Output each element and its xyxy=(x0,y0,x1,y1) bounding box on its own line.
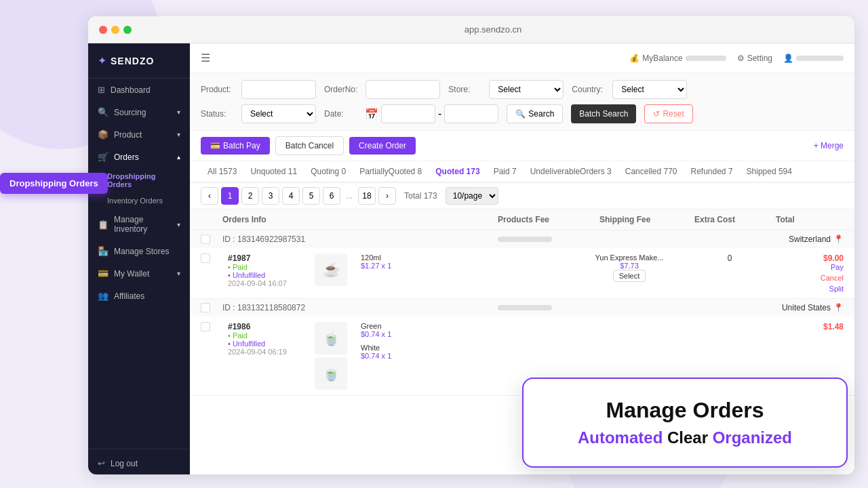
tab-label: Unquoted 11 xyxy=(250,167,297,176)
row-checkbox[interactable] xyxy=(201,235,210,244)
order-meta: #1986 • Paid • Unfulfilled 2024-09-04 06… xyxy=(228,322,309,356)
table-row: ID : 183146922987531 Switzerland 📍 xyxy=(190,230,854,299)
topbar-left: ☰ xyxy=(201,52,210,64)
pay-button[interactable]: Pay xyxy=(831,263,844,271)
tab-undeliverable[interactable]: UndeliverableOrders 3 xyxy=(524,161,618,183)
order-body: #1987 • Paid • Unfulfilled 2024-09-04 16… xyxy=(190,248,854,298)
tab-shipped[interactable]: Shipped 594 xyxy=(740,161,799,183)
batch-pay-button[interactable]: 💳 Batch Pay xyxy=(201,137,270,155)
header-total: Total xyxy=(776,215,844,224)
country-filter-label: Country: xyxy=(572,85,604,94)
store-filter-label: Store: xyxy=(448,85,481,94)
order-placeholder xyxy=(498,237,552,242)
page-6-button[interactable]: 6 xyxy=(323,187,340,205)
store-icon: 🏪 xyxy=(98,246,108,256)
tab-unquoted[interactable]: Unquoted 11 xyxy=(243,161,304,183)
maximize-button[interactable] xyxy=(123,26,132,34)
setting-label: Setting xyxy=(747,54,772,63)
split-button[interactable]: Split xyxy=(829,285,844,293)
tab-label: Refunded 7 xyxy=(690,167,732,176)
page-5-button[interactable]: 5 xyxy=(302,187,320,205)
row-checkbox[interactable] xyxy=(201,303,210,312)
page-2-button[interactable]: 2 xyxy=(241,187,259,205)
per-page-select[interactable]: 10/page xyxy=(446,187,498,205)
sidebar-item-label: Dashboard xyxy=(111,85,151,95)
product-filter-input[interactable] xyxy=(241,80,316,99)
order-number: #1986 xyxy=(228,322,309,331)
close-button[interactable] xyxy=(99,26,107,34)
sidebar-item-orders[interactable]: 🛒 Orders ▴ xyxy=(88,146,190,168)
action-bar: 💳 Batch Pay Batch Cancel Create Order + … xyxy=(190,131,854,161)
sidebar-item-dashboard[interactable]: ⊞ Dashboard xyxy=(88,79,190,101)
order-date: 2024-09-04 06:19 xyxy=(228,348,309,356)
total-count: Total 173 xyxy=(404,191,437,201)
item-checkbox[interactable] xyxy=(201,322,210,331)
order-number: #1987 xyxy=(228,253,309,263)
prev-page-button[interactable]: ‹ xyxy=(201,187,218,205)
create-order-button[interactable]: Create Order xyxy=(349,137,416,155)
page-1-button[interactable]: 1 xyxy=(221,187,239,205)
country-filter-select[interactable]: Select xyxy=(612,80,687,99)
extra-cost: 0 xyxy=(689,253,770,263)
gear-icon: ⚙ xyxy=(737,54,745,63)
tab-partially-quoted[interactable]: PartiallyQuoted 8 xyxy=(353,161,429,183)
store-filter-select[interactable]: Select xyxy=(489,80,564,99)
cancel-order-button[interactable]: Cancel xyxy=(821,274,844,282)
reset-button[interactable]: ↺ Reset xyxy=(644,104,692,123)
hamburger-icon[interactable]: ☰ xyxy=(201,52,210,64)
tab-label: Quoted 173 xyxy=(435,167,479,176)
header-products-fee: Products Fee xyxy=(498,215,599,224)
page-3-button[interactable]: 3 xyxy=(262,187,279,205)
sidebar-item-affiliates[interactable]: 👥 Affiliates xyxy=(88,285,190,307)
order-meta: #1987 • Paid • Unfulfilled 2024-09-04 16… xyxy=(228,253,309,287)
sidebar-item-manage-inventory[interactable]: 📋 Manage Inventory ▾ xyxy=(88,209,190,240)
tab-cancelled[interactable]: Cancelled 770 xyxy=(618,161,684,183)
tab-all[interactable]: All 1573 xyxy=(201,161,243,183)
tab-quoted[interactable]: Quoted 173 xyxy=(429,161,486,183)
status-filter-label: Status: xyxy=(201,109,233,119)
url-bar[interactable]: app.sendzo.cn xyxy=(142,24,844,35)
batch-search-button[interactable]: Batch Search xyxy=(571,104,636,123)
sidebar-item-wallet[interactable]: 💳 My Wallet ▾ xyxy=(88,262,190,285)
total-cost: $9.00 xyxy=(823,253,844,263)
overlay-subtitle: Automated Clear Organized xyxy=(551,428,819,447)
sidebar-item-label: Manage Inventory xyxy=(114,215,172,234)
order-id: ID : 183132118580872 xyxy=(222,303,305,312)
tab-refunded[interactable]: Refunded 7 xyxy=(684,161,739,183)
status-filter-select[interactable]: Select xyxy=(241,104,316,123)
product-filter-label: Product: xyxy=(201,85,233,94)
pagination-bar: ‹ 1 2 3 4 5 6 ... 18 › Total 173 10/page xyxy=(190,183,854,209)
logout-button[interactable]: ↩ Log out xyxy=(88,452,190,474)
paid-status: • Paid xyxy=(228,263,309,271)
product-image: ☕ xyxy=(315,253,347,286)
next-page-button[interactable]: › xyxy=(378,187,396,205)
setting-section[interactable]: ⚙ Setting xyxy=(737,54,772,63)
merge-button[interactable]: + Merge xyxy=(814,141,844,150)
item-checkbox[interactable] xyxy=(201,253,210,263)
select-shipping-button[interactable]: Select xyxy=(613,270,646,282)
tab-paid[interactable]: Paid 7 xyxy=(487,161,524,183)
batch-cancel-button[interactable]: Batch Cancel xyxy=(275,136,344,155)
date-end-input[interactable] xyxy=(444,104,498,123)
minimize-button[interactable] xyxy=(111,26,119,34)
page-18-button[interactable]: 18 xyxy=(358,187,376,205)
my-balance-section[interactable]: 💰 MyBalance xyxy=(629,54,726,63)
sidebar-item-sourcing[interactable]: 🔍 Sourcing ▾ xyxy=(88,101,190,123)
sidebar-subitem-inventory[interactable]: Inventory Orders xyxy=(88,192,190,209)
overlay-title: Manage Orders xyxy=(551,398,819,423)
sidebar-item-product[interactable]: 📦 Product ▾ xyxy=(88,123,190,146)
date-range: 📅 - xyxy=(365,104,498,123)
sidebar-item-manage-stores[interactable]: 🏪 Manage Stores xyxy=(88,240,190,262)
traffic-lights xyxy=(99,26,132,34)
search-button[interactable]: 🔍 Search xyxy=(507,104,563,123)
unfulfilled-status[interactable]: • Unfulfilled xyxy=(228,340,309,348)
overlay-word-clear: Clear xyxy=(667,428,713,447)
user-section[interactable]: 👤 xyxy=(783,54,844,63)
tab-quoting[interactable]: Quoting 0 xyxy=(304,161,353,183)
unfulfilled-status[interactable]: • Unfulfilled xyxy=(228,271,309,279)
page-4-button[interactable]: 4 xyxy=(282,187,300,205)
orderno-filter-input[interactable] xyxy=(366,80,440,99)
date-begin-input[interactable] xyxy=(381,104,435,123)
product-info: 120ml $1.27 x 1 xyxy=(361,253,570,270)
sidebar-subitem-label: Inventory Orders xyxy=(107,197,163,205)
